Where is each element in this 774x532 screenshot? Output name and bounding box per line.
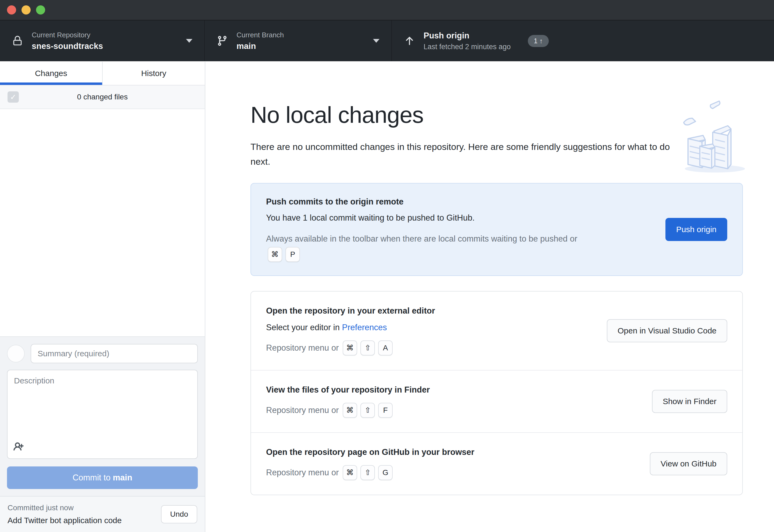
add-coauthor-button[interactable] bbox=[13, 441, 26, 454]
suggestion-github-title: Open the repository page on GitHub in yo… bbox=[266, 447, 474, 457]
a-keycap: A bbox=[378, 340, 393, 355]
suggestion-github-hint: Repository menu or ⌘⇧G bbox=[266, 465, 474, 480]
commit-summary-input[interactable] bbox=[31, 344, 198, 363]
commit-to-main-button[interactable]: Commit to main bbox=[7, 466, 198, 489]
undo-commit-button[interactable]: Undo bbox=[161, 505, 197, 523]
commit-summary-row bbox=[7, 344, 198, 363]
commit-description-input[interactable] bbox=[7, 370, 198, 459]
page-title: No local changes bbox=[250, 102, 743, 128]
suggestion-editor-line: Select your editor in Preferences bbox=[266, 323, 435, 332]
active-tab-underline bbox=[0, 82, 102, 85]
page-subtitle: There are no uncommitted changes in this… bbox=[250, 139, 675, 169]
current-branch-value: main bbox=[237, 41, 284, 51]
push-suggestion-title: Push commits to the origin remote bbox=[266, 197, 589, 207]
push-origin-button[interactable]: Push origin bbox=[665, 218, 727, 241]
empty-state-illustration bbox=[682, 97, 751, 177]
last-commit-status: Committed just now bbox=[8, 504, 157, 512]
titlebar bbox=[0, 0, 774, 20]
suggestion-github-text: Open the repository page on GitHub in yo… bbox=[266, 447, 474, 480]
sidebar: Changes History ✓ 0 changed files bbox=[0, 62, 205, 532]
git-branch-icon bbox=[217, 35, 228, 46]
suggestion-finder-text: View the files of your repository in Fin… bbox=[266, 385, 430, 418]
last-commit-message: Add Twitter bot application code bbox=[8, 516, 157, 525]
changed-files-header: ✓ 0 changed files bbox=[0, 85, 205, 109]
g-keycap: G bbox=[378, 465, 393, 480]
repository-menu-text: Repository menu or bbox=[266, 468, 339, 477]
main-content: No local changes There are no uncommitte… bbox=[205, 62, 774, 532]
current-branch-dropdown[interactable]: Current Branch main bbox=[205, 20, 392, 61]
suggestion-row-github: Open the repository page on GitHub in yo… bbox=[251, 432, 742, 495]
f-keycap: F bbox=[378, 403, 393, 418]
person-add-icon bbox=[13, 441, 25, 453]
commit-form: Commit to main bbox=[0, 336, 205, 496]
suggestion-row-editor: Open the repository in your external edi… bbox=[251, 292, 742, 370]
changed-files-list bbox=[0, 109, 205, 336]
repository-menu-text: Repository menu or bbox=[266, 343, 339, 353]
current-repository-label: Current Repository bbox=[32, 31, 103, 39]
sidebar-tabs: Changes History bbox=[0, 62, 205, 85]
zoom-window-button[interactable] bbox=[36, 5, 45, 15]
shift-keycap: ⇧ bbox=[360, 465, 375, 480]
push-suggestion-panel: Push commits to the origin remote You ha… bbox=[250, 183, 743, 276]
changed-files-count: 0 changed files bbox=[77, 93, 128, 101]
command-keycap: ⌘ bbox=[343, 340, 357, 355]
arrow-up-icon bbox=[404, 35, 415, 46]
shift-keycap: ⇧ bbox=[360, 340, 375, 355]
suggestion-editor-text: Open the repository in your external edi… bbox=[266, 306, 435, 355]
last-commit-banner: Committed just now Add Twitter bot appli… bbox=[0, 496, 205, 532]
tab-history-label: History bbox=[141, 69, 166, 78]
chevron-down-icon bbox=[186, 39, 192, 43]
suggestions-panel: Open the repository in your external edi… bbox=[250, 291, 743, 495]
commit-button-prefix: Commit to bbox=[73, 473, 113, 482]
workspace: Changes History ✓ 0 changed files bbox=[0, 62, 774, 532]
command-keycap: ⌘ bbox=[343, 465, 357, 480]
select-all-checkbox[interactable]: ✓ bbox=[8, 91, 19, 103]
shift-keycap: ⇧ bbox=[360, 403, 375, 418]
commit-button-branch: main bbox=[113, 473, 132, 482]
minimize-window-button[interactable] bbox=[21, 5, 31, 15]
chevron-down-icon bbox=[373, 39, 379, 43]
suggestion-row-finder: View the files of your repository in Fin… bbox=[251, 370, 742, 432]
select-editor-text: Select your editor in bbox=[266, 323, 342, 332]
preferences-link[interactable]: Preferences bbox=[342, 323, 387, 332]
push-origin-label: Push origin bbox=[424, 31, 511, 41]
current-branch-label: Current Branch bbox=[237, 31, 284, 39]
open-in-editor-button[interactable]: Open in Visual Studio Code bbox=[607, 319, 727, 342]
suggestion-finder-hint: Repository menu or ⌘⇧F bbox=[266, 403, 430, 418]
show-in-finder-button[interactable]: Show in Finder bbox=[652, 390, 727, 413]
toolbar: Current Repository snes-soundtracks Curr… bbox=[0, 20, 774, 61]
current-repository-value: snes-soundtracks bbox=[32, 41, 103, 51]
push-suggestion-body: You have 1 local commit waiting to be pu… bbox=[266, 213, 589, 223]
push-origin-toolbar-button[interactable]: Push origin Last fetched 2 minutes ago 1… bbox=[392, 20, 774, 61]
current-branch-text: Current Branch main bbox=[237, 31, 284, 51]
github-desktop-window: Current Repository snes-soundtracks Curr… bbox=[0, 0, 774, 532]
tab-changes[interactable]: Changes bbox=[0, 62, 102, 85]
push-count-badge: 1 ↑ bbox=[528, 35, 549, 47]
lock-icon bbox=[12, 35, 23, 46]
last-commit-text: Committed just now Add Twitter bot appli… bbox=[8, 504, 157, 525]
close-window-button[interactable] bbox=[7, 5, 16, 15]
p-keycap: P bbox=[285, 247, 300, 262]
suggestion-editor-title: Open the repository in your external edi… bbox=[266, 306, 435, 316]
suggestion-editor-hint: Repository menu or ⌘⇧A bbox=[266, 340, 435, 355]
push-hint-text: Always available in the toolbar when the… bbox=[266, 234, 577, 243]
suggestion-finder-title: View the files of your repository in Fin… bbox=[266, 385, 430, 395]
push-suggestion-hint: Always available in the toolbar when the… bbox=[266, 231, 589, 262]
avatar bbox=[7, 345, 25, 362]
repository-menu-text: Repository menu or bbox=[266, 405, 339, 415]
commit-description-wrap bbox=[7, 370, 198, 459]
push-origin-text: Push origin Last fetched 2 minutes ago bbox=[424, 31, 511, 51]
push-suggestion-text: Push commits to the origin remote You ha… bbox=[266, 197, 589, 262]
current-repository-dropdown[interactable]: Current Repository snes-soundtracks bbox=[0, 20, 205, 61]
tab-history[interactable]: History bbox=[102, 62, 205, 85]
tab-changes-label: Changes bbox=[35, 69, 67, 78]
command-keycap: ⌘ bbox=[268, 247, 282, 262]
current-repository-text: Current Repository snes-soundtracks bbox=[32, 31, 103, 51]
command-keycap: ⌘ bbox=[343, 403, 357, 418]
push-origin-sublabel: Last fetched 2 minutes ago bbox=[424, 43, 511, 51]
view-on-github-button[interactable]: View on GitHub bbox=[650, 452, 727, 475]
